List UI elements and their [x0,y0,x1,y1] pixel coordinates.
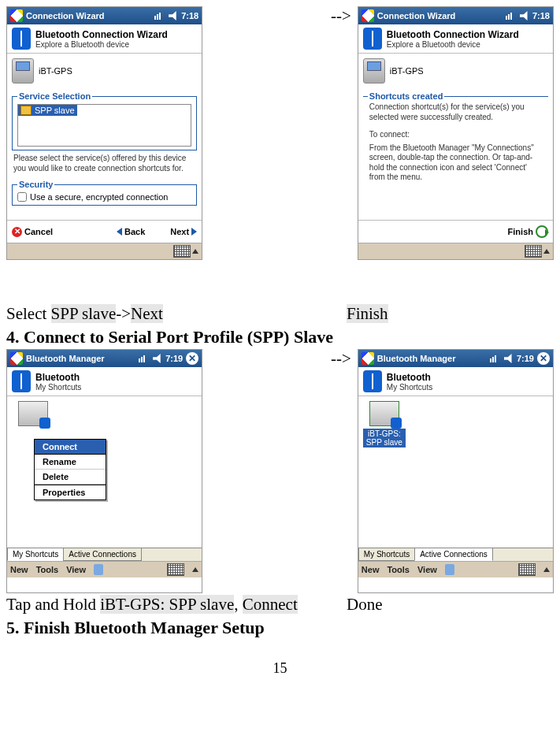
wizard-subtitle: Explore a Bluetooth device [35,40,168,49]
serial-port-icon [20,106,32,115]
close-icon[interactable]: ✕ [186,352,198,365]
manager-title: Bluetooth [387,372,432,383]
clock: 7:18 [181,11,198,20]
keyboard-icon[interactable] [173,245,191,258]
menu-new[interactable]: New [10,565,28,574]
app-title: Connection Wizard [26,11,105,20]
shortcuts-created-group: Shortcuts created Connection shortcut(s)… [363,91,548,189]
titlebar: Connection Wizard 7:18 [7,7,202,24]
titlebar: Connection Wizard 7:18 [358,7,553,24]
clock: 7:19 [517,354,534,363]
finish-button[interactable]: Finish [508,225,548,238]
start-icon[interactable] [362,352,374,365]
tab-active-connections[interactable]: Active Connections [63,548,142,561]
service-listbox[interactable]: SPP slave [17,104,191,147]
bluetooth-icon [12,28,31,50]
caption-highlight-device: iBT-GPS: SPP slave [100,595,234,614]
page-number: 15 [6,660,554,677]
wizard-subtitle: Explore a Bluetooth device [387,40,519,49]
arrow-separator: --> [202,349,358,369]
menu-view[interactable]: View [417,565,437,574]
created-msg-3: From the Bluetooth Manager "My Connectio… [368,143,543,186]
pda-screen-context-menu: Bluetooth Manager 7:19 ✕ Bluetooth My Sh… [6,349,202,593]
close-icon[interactable]: ✕ [537,352,550,365]
titlebar: Bluetooth Manager 7:19 ✕ [7,350,202,367]
service-selection-group: Service Selection SPP slave [12,91,197,150]
pda-screen-active-connection: Bluetooth Manager 7:19 ✕ Bluetooth My Sh… [358,349,554,593]
sip-caret-icon[interactable] [192,567,198,572]
row-wizard-screens: Connection Wizard 7:18 Bluetooth Connect… [6,6,554,260]
bluetooth-icon [363,370,382,392]
manager-subtitle: My Shortcuts [35,383,81,392]
manager-header: Bluetooth My Shortcuts [7,367,202,396]
caption-text: , [234,595,243,614]
shortcuts-area[interactable]: Connect Rename Delete Properties [7,396,202,548]
bluetooth-icon [363,28,382,50]
cancel-button[interactable]: ✕ Cancel [12,227,53,237]
start-icon[interactable] [10,352,23,365]
cancel-label: Cancel [24,227,53,236]
signal-icon [490,353,501,364]
speaker-icon [153,354,162,363]
menu-view[interactable]: View [66,565,86,574]
menu-item-delete[interactable]: Delete [35,470,106,485]
service-item-spp-slave[interactable]: SPP slave [18,105,77,116]
keyboard-icon[interactable] [525,245,542,258]
wizard-header: Bluetooth Connection Wizard Explore a Bl… [358,24,553,54]
start-icon[interactable] [10,9,23,22]
menu-item-properties[interactable]: Properties [35,485,106,499]
menu-tools[interactable]: Tools [36,565,59,574]
shortcut-label-line1: iBT-GPS: [368,429,401,438]
caption-highlight-next: Next [131,304,163,323]
shortcuts-created-legend: Shortcuts created [368,91,445,101]
secure-connection-checkbox[interactable]: Use a secure, encrypted connection [17,192,191,202]
tabs: My Shortcuts Active Connections [358,548,553,561]
sip-caret-icon[interactable] [543,567,550,572]
keyboard-icon[interactable] [167,563,184,576]
caption-text: Select [6,304,51,323]
sip-caret-icon[interactable] [192,249,198,254]
service-hint: Please select the service(s) offered by … [12,154,197,176]
start-icon[interactable] [362,9,374,22]
bluetooth-small-icon[interactable] [445,564,454,575]
wizard-footer: Finish [358,220,553,243]
speaker-icon [504,354,514,363]
bluetooth-small-icon[interactable] [94,564,103,575]
menu-new[interactable]: New [362,565,380,574]
caption-left-1: Select SPP slave->Next [6,304,347,324]
caption-text: -> [116,304,131,323]
shortcut-ibt-gps-connected[interactable]: iBT-GPS: SPP slave [363,401,406,447]
caption-row-1: Select SPP slave->Next Finish [6,304,554,324]
caption-row-2: Tap and Hold iBT-GPS: SPP slave, Connect… [6,595,554,615]
tab-my-shortcuts[interactable]: My Shortcuts [7,548,64,561]
tab-active-connections[interactable]: Active Connections [414,548,493,561]
signal-icon [154,10,165,21]
menu-item-connect[interactable]: Connect [35,440,106,455]
heading-step-5: 5. Finish Bluetooth Manager Setup [6,618,554,638]
sip-caret-icon[interactable] [543,249,550,254]
menu-tools[interactable]: Tools [387,565,410,574]
device-name: iBT-GPS [39,66,72,76]
heading-step-4: 4. Connect to Serial Port Profile (SPP) … [6,327,554,347]
signal-icon [506,10,517,21]
finish-label: Finish [508,227,533,236]
device-row: iBT-GPS [363,57,548,88]
caption-right-1: Finish [347,304,554,324]
tab-my-shortcuts[interactable]: My Shortcuts [358,548,415,561]
next-button[interactable]: Next [170,227,197,236]
caption-left-2: Tap and Hold iBT-GPS: SPP slave, Connect [6,595,347,615]
caption-right-2: Done [347,595,554,615]
secure-checkbox-input[interactable] [17,192,27,202]
context-menu: Connect Rename Delete Properties [34,439,106,500]
shortcut-icon [369,401,399,426]
shortcut-ibt-gps[interactable] [12,401,54,426]
arrow-separator: --> [202,6,358,26]
clock: 7:19 [165,354,183,363]
shortcuts-area[interactable]: iBT-GPS: SPP slave [358,396,553,548]
app-title: Connection Wizard [377,11,456,20]
menu-item-rename[interactable]: Rename [35,455,106,470]
caption-done: Done [347,595,383,614]
shortcut-icon [18,401,48,426]
keyboard-icon[interactable] [518,563,536,576]
back-button[interactable]: Back [117,227,145,236]
